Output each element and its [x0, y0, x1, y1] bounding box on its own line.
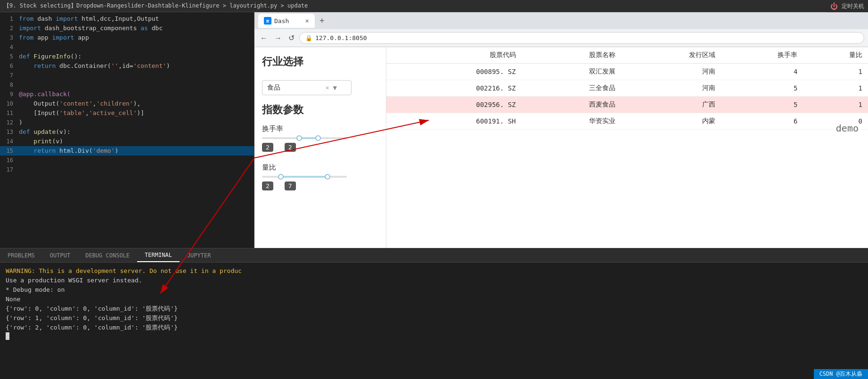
line-number-16: 16 — [0, 156, 19, 165]
address-bar[interactable]: 🔒 127.0.0.1:8050 — [299, 32, 864, 44]
forward-button[interactable]: → — [272, 32, 284, 44]
cell-region-1: 河南 — [621, 80, 721, 97]
line-number-4: 4 — [0, 42, 19, 52]
code-line-16: 16 — [0, 156, 254, 165]
line-number-10: 10 — [0, 99, 19, 108]
cell-code-1: 002216. SZ — [386, 80, 522, 97]
tab-problems[interactable]: PROBLEMS — [0, 248, 42, 262]
dash-tab-icon: m — [264, 17, 271, 25]
tab-debug-console[interactable]: DEBUG CONSOLE — [78, 248, 137, 262]
cell-name-3: 华资实业 — [522, 113, 622, 130]
panel-tabs: PROBLEMS OUTPUT DEBUG CONSOLE TERMINAL J… — [0, 248, 868, 263]
terminal-line-6: {'row': 2, 'column': 0, 'column_id': '股票… — [6, 323, 862, 332]
line-content-1: from dash import html,dcc,Input,Output — [19, 14, 254, 24]
code-line-6: 6 return dbc.Container('',id='content') — [0, 61, 254, 71]
status-bar: CSDN @百木从淼 — [814, 369, 868, 379]
code-line-1: 1 from dash import html,dcc,Input,Output — [0, 14, 254, 24]
right-panel: demo 股票代码 股票名称 发行区域 换手率 量比 000895. SZ双汇发… — [386, 47, 868, 248]
demo-label: demo — [836, 123, 859, 134]
slider2-right-value: 7 — [285, 181, 296, 190]
lock-icon: 🔒 — [305, 35, 312, 41]
code-line-9: 9 @app.callback( — [0, 90, 254, 99]
col-header-turnover: 换手率 — [721, 47, 803, 64]
tab-output[interactable]: OUTPUT — [42, 248, 78, 262]
new-tab-button[interactable]: + — [317, 16, 328, 26]
browser-content: 行业选择 食品 × ▼ 指数参数 换手率 — [254, 47, 868, 248]
refresh-button[interactable]: ↺ — [287, 32, 296, 44]
table-row[interactable]: 002956. SZ西麦食品广西51 — [386, 97, 868, 113]
tab-terminal[interactable]: TERMINAL — [137, 248, 180, 262]
line-content-12: ) — [19, 118, 254, 127]
industry-dropdown[interactable]: 食品 × ▼ — [262, 80, 352, 95]
main-area: 1 from dash import html,dcc,Input,Output… — [0, 12, 868, 248]
line-content-5: def FigureInfo(): — [19, 52, 254, 61]
table-row[interactable]: 002216. SZ三全食品河南51 — [386, 80, 868, 97]
slider1-thumb-right[interactable] — [315, 135, 321, 141]
line-number-13: 13 — [0, 127, 19, 137]
url-text: 127.0.0.1:8050 — [315, 34, 367, 41]
line-number-15: 15 — [0, 146, 19, 156]
slider1-right-value: 2 — [285, 143, 296, 152]
terminal-content: WARNING: This is a development server. D… — [0, 263, 868, 379]
slider1-thumb-left[interactable] — [296, 135, 302, 141]
cell-turnover-2: 5 — [721, 97, 803, 113]
line-content-3: from app import app — [19, 33, 254, 42]
turnover-slider[interactable]: 2 2 — [262, 137, 378, 152]
line-number-5: 5 — [0, 52, 19, 61]
terminal-line-7 — [6, 332, 862, 340]
tab-jupyter[interactable]: JUPYTER — [180, 248, 219, 262]
table-body: 000895. SZ双汇发展河南41002216. SZ三全食品河南510029… — [386, 64, 868, 130]
code-line-3: 3 from app import app — [0, 33, 254, 42]
code-line-12: 12 ) — [0, 118, 254, 127]
credit-label: CSDN @百木从淼 — [819, 370, 862, 378]
terminal-line-3: None — [6, 295, 862, 304]
back-button[interactable]: ← — [258, 32, 270, 44]
cell-code-0: 000895. SZ — [386, 64, 522, 80]
data-table: 股票代码 股票名称 发行区域 换手率 量比 000895. SZ双汇发展河南41… — [386, 47, 868, 130]
browser-chrome: m Dash × + ← → ↺ 🔒 127.0.0.1:8050 — [254, 12, 868, 47]
code-line-2: 2 import dash_bootstrap_components as db… — [0, 24, 254, 33]
code-line-7: 7 — [0, 71, 254, 80]
browser-tab-dash[interactable]: m Dash × — [258, 14, 315, 28]
param1-section: 换手率 2 2 — [262, 124, 378, 156]
cell-turnover-0: 4 — [721, 64, 803, 80]
industry-title: 行业选择 — [262, 55, 378, 69]
code-line-13: 13 def update(v): — [0, 127, 254, 137]
slider2-thumb-left[interactable] — [278, 174, 284, 180]
cell-name-0: 双汇发展 — [522, 64, 622, 80]
ratio-slider[interactable]: 2 7 — [262, 176, 378, 190]
code-line-14: 14 print(v) — [0, 137, 254, 146]
col-header-name: 股票名称 — [522, 47, 622, 64]
cell-code-3: 600191. SH — [386, 113, 522, 130]
line-content-2: import dash_bootstrap_components as dbc — [19, 24, 254, 33]
col-header-code: 股票代码 — [386, 47, 522, 64]
slider2-thumb-right[interactable] — [325, 174, 330, 180]
line-number-7: 7 — [0, 71, 19, 80]
col-header-ratio: 量比 — [803, 47, 868, 64]
table-header-row: 股票代码 股票名称 发行区域 换手率 量比 — [386, 47, 868, 64]
table-row[interactable]: 000895. SZ双汇发展河南41 — [386, 64, 868, 80]
terminal-line-0: WARNING: This is a development server. D… — [6, 266, 862, 276]
terminal-line-2: * Debug mode: on — [6, 285, 862, 295]
breadcrumb: 【9. Stock selecting】Dropdown-Rangeslider… — [4, 2, 308, 10]
close-tab-button[interactable]: × — [305, 17, 309, 25]
slider2-fill — [281, 176, 328, 178]
dropdown-arrow-icon: ▼ — [333, 84, 337, 91]
table-row[interactable]: 600191. SH华资实业内蒙60 — [386, 113, 868, 130]
code-line-5: 5 def FigureInfo(): — [0, 52, 254, 61]
line-number-12: 12 — [0, 118, 19, 127]
params-section: 指数参数 — [262, 103, 378, 117]
code-line-4: 4 — [0, 42, 254, 52]
dropdown-clear-button[interactable]: × — [325, 84, 329, 91]
line-content-9: @app.callback( — [19, 90, 254, 99]
line-content-13: def update(v): — [19, 127, 254, 137]
slider1-left-value: 2 — [262, 143, 273, 152]
cell-ratio-0: 1 — [803, 64, 868, 80]
cell-code-2: 002956. SZ — [386, 97, 522, 113]
timer-label: 定时关机 — [842, 2, 864, 10]
industry-section: 行业选择 — [262, 55, 378, 73]
slider2-left-value: 2 — [262, 181, 273, 190]
cell-name-1: 三全食品 — [522, 80, 622, 97]
table-header: 股票代码 股票名称 发行区域 换手率 量比 — [386, 47, 868, 64]
cell-turnover-3: 6 — [721, 113, 803, 130]
